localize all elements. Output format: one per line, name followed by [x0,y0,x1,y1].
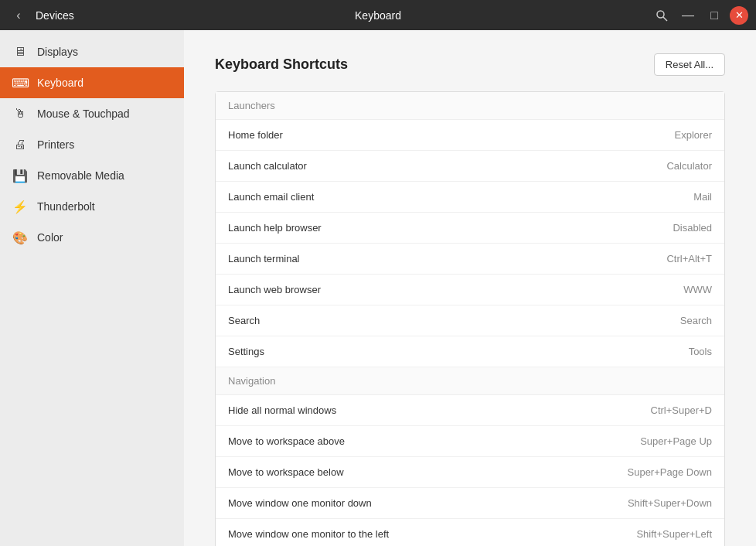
window-title: Keyboard [355,9,401,22]
removable-icon: 💾 [12,168,28,183]
search-button[interactable] [651,5,673,26]
page-title: Keyboard Shortcuts [215,56,348,73]
shortcut-name: Launch web browser [228,284,321,295]
close-button[interactable]: ✕ [730,6,748,25]
sidebar-item-color[interactable]: 🎨Color [0,222,184,253]
shortcut-name: Launch email client [228,191,314,203]
shortcut-name: Launch calculator [228,160,307,172]
shortcut-row[interactable]: Move to workspace belowSuper+Page Down [216,457,724,488]
svg-line-1 [663,17,667,21]
shortcuts-table: LaunchersHome folderExplorerLaunch calcu… [215,91,725,546]
back-button[interactable]: ‹ [8,5,29,26]
shortcut-row[interactable]: Move window one monitor to the leftShift… [216,519,724,546]
sidebar-item-printers[interactable]: 🖨Printers [0,129,184,160]
shortcut-row[interactable]: SearchSearch [216,305,724,336]
shortcut-row[interactable]: SettingsTools [216,336,724,367]
sidebar-item-label-displays: Displays [37,46,78,58]
shortcut-row[interactable]: Launch help browserDisabled [216,213,724,244]
shortcut-key: Super+Page Up [640,435,712,447]
sidebar-item-label-printers: Printers [37,138,74,151]
shortcut-name: Hide all normal windows [228,404,336,416]
maximize-button[interactable]: □ [703,5,725,26]
shortcut-row[interactable]: Launch web browserWWW [216,275,724,305]
shortcut-key: Mail [693,191,712,203]
shortcut-name: Move to workspace above [228,435,345,447]
shortcut-name: Move to workspace below [228,466,344,478]
shortcut-key: Ctrl+Alt+T [666,253,712,264]
sidebar-item-label-color: Color [37,231,63,244]
sidebar-item-displays[interactable]: 🖥Displays [0,36,184,67]
search-icon [656,9,668,22]
minimize-button[interactable]: — [677,5,699,26]
shortcut-key: Tools [689,346,712,357]
sidebar-item-label-thunderbolt: Thunderbolt [37,200,95,213]
titlebar: ‹ Devices Keyboard — □ ✕ [0,0,756,30]
main-header: Keyboard Shortcuts Reset All... [215,53,725,76]
main-content: Keyboard Shortcuts Reset All... Launcher… [184,30,756,546]
shortcut-row[interactable]: Hide all normal windowsCtrl+Super+D [216,395,724,426]
shortcut-row[interactable]: Launch terminalCtrl+Alt+T [216,244,724,275]
shortcut-key: Ctrl+Super+D [651,404,712,416]
printers-icon: 🖨 [12,137,28,152]
keyboard-icon: ⌨ [12,75,28,90]
shortcut-name: Search [228,315,260,326]
shortcut-name: Launch terminal [228,253,300,264]
shortcut-name: Settings [228,346,264,357]
sidebar-item-thunderbolt[interactable]: ⚡Thunderbolt [0,191,184,222]
sidebar-item-mouse[interactable]: 🖱Mouse & Touchpad [0,98,184,129]
shortcut-name: Move window one monitor down [228,497,372,509]
shortcut-row[interactable]: Launch email clientMail [216,182,724,213]
svg-point-0 [657,11,664,18]
shortcut-name: Move window one monitor to the left [228,528,389,540]
shortcut-row[interactable]: Home folderExplorer [216,120,724,151]
app-layout: 🖥Displays⌨Keyboard🖱Mouse & Touchpad🖨Prin… [0,30,756,546]
mouse-icon: 🖱 [12,106,28,121]
section-header-1: Navigation [216,367,724,395]
shortcut-key: Super+Page Down [628,466,713,478]
shortcut-key: Shift+Super+Down [628,497,712,509]
titlebar-controls: — □ ✕ [651,5,748,26]
sidebar-item-keyboard[interactable]: ⌨Keyboard [0,67,184,98]
titlebar-center-title: Keyboard [355,9,401,22]
sidebar: 🖥Displays⌨Keyboard🖱Mouse & Touchpad🖨Prin… [0,30,184,546]
sidebar-item-label-removable: Removable Media [37,169,124,182]
titlebar-section-title: Devices [36,9,74,22]
shortcut-name: Launch help browser [228,222,322,234]
shortcut-row[interactable]: Move to workspace aboveSuper+Page Up [216,426,724,457]
shortcut-key: WWW [683,284,712,295]
shortcut-key: Explorer [675,129,712,141]
displays-icon: 🖥 [12,44,28,60]
shortcut-key: Shift+Super+Left [636,528,712,540]
titlebar-left: ‹ Devices [8,5,192,26]
shortcut-row[interactable]: Launch calculatorCalculator [216,151,724,182]
shortcut-name: Home folder [228,129,283,141]
color-icon: 🎨 [12,230,28,245]
thunderbolt-icon: ⚡ [12,199,28,214]
section-header-0: Launchers [216,92,724,120]
sidebar-item-label-keyboard: Keyboard [37,77,83,89]
reset-all-button[interactable]: Reset All... [654,53,725,76]
sidebar-item-removable[interactable]: 💾Removable Media [0,160,184,191]
shortcut-row[interactable]: Move window one monitor downShift+Super+… [216,488,724,519]
shortcut-key: Search [680,315,712,326]
sidebar-item-label-mouse: Mouse & Touchpad [37,107,130,120]
shortcut-key: Calculator [666,160,712,172]
shortcut-key: Disabled [673,222,712,234]
